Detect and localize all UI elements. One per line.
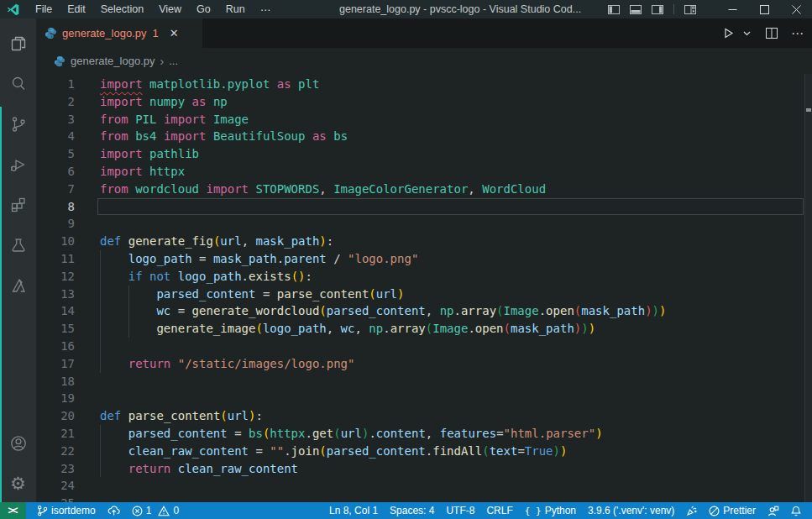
remote-indicator[interactable]: >< — [0, 502, 26, 519]
run-button[interactable] — [720, 25, 736, 41]
more-actions-icon[interactable]: ⋯ — [789, 24, 805, 43]
line-content: return "/static/images/logo.png" — [100, 357, 354, 370]
error-icon — [132, 506, 143, 516]
prettier-item[interactable]: Prettier — [703, 502, 762, 519]
code-line-24[interactable]: 24 — [36, 477, 812, 495]
code-line-11[interactable]: 11 logo_path = mask_path.parent / "logo.… — [36, 250, 812, 268]
slash-circle-icon — [709, 506, 720, 516]
line-content: from bs4 import BeautifulSoup as bs — [100, 129, 348, 143]
run-debug-icon[interactable] — [0, 144, 36, 185]
formatter-label: Prettier — [723, 505, 756, 516]
code-line-18[interactable]: 18 — [36, 373, 812, 391]
code-line-10[interactable]: 10def generate_fig(url, mask_path): — [36, 233, 812, 250]
testing-icon[interactable] — [0, 225, 36, 265]
account-icon[interactable] — [0, 423, 36, 464]
azure-icon[interactable] — [0, 265, 36, 306]
code-line-12[interactable]: 12 if not logo_path.exists(): — [36, 268, 812, 286]
status-right: Ln 8, Col 1 Spaces: 4 UTF-8 CRLF { } Pyt… — [323, 502, 807, 519]
celebration-item[interactable] — [680, 502, 703, 519]
search-icon[interactable] — [0, 64, 36, 104]
code-line-1[interactable]: 1import matplotlib.pyplot as plt — [36, 76, 812, 93]
extensions-icon[interactable] — [0, 185, 36, 225]
tab-close-icon[interactable]: ✕ — [167, 26, 181, 40]
line-number: 14 — [36, 302, 75, 320]
code-line-3[interactable]: 3from PIL import Image — [36, 111, 812, 128]
menu-item-file[interactable]: File — [28, 0, 60, 18]
code-line-20[interactable]: 20def parse_content(url): — [36, 407, 812, 425]
maximize-button[interactable] — [748, 0, 780, 18]
code-line-21[interactable]: 21 parsed_content = bs(httpx.get(url).co… — [36, 425, 812, 443]
menu-item-go[interactable]: Go — [189, 0, 218, 18]
line-content: from PIL import Image — [100, 113, 249, 126]
line-content: generate_image(logo_path, wc, np.array(I… — [100, 322, 595, 335]
line-number: 4 — [36, 128, 75, 145]
python-interpreter[interactable]: 3.9.6 ('.venv': venv) — [582, 502, 680, 519]
editor-actions: ⋯ — [720, 18, 805, 48]
tab-problems-badge: 1 — [152, 27, 158, 39]
code-line-19[interactable]: 19 — [36, 390, 812, 407]
git-branch-item[interactable]: isortdemo — [31, 502, 102, 519]
settings-gear-icon[interactable]: ⚙ — [0, 464, 36, 502]
eol-sequence[interactable]: CRLF — [480, 502, 518, 519]
breadcrumb-file[interactable]: generate_logo.py — [71, 55, 155, 67]
code-line-7[interactable]: 7from wordcloud import STOPWORDS, ImageC… — [36, 181, 812, 198]
menu-item-run[interactable]: Run — [218, 0, 253, 18]
title-bar: FileEditSelectionViewGoRun⋯ generate_log… — [0, 0, 812, 18]
code-line-8[interactable]: 8 — [36, 198, 812, 216]
menu-item-edit[interactable]: Edit — [60, 0, 93, 18]
publish-item[interactable] — [102, 502, 126, 519]
code-line-2[interactable]: 2import numpy as np — [36, 93, 812, 111]
cursor-position[interactable]: Ln 8, Col 1 — [323, 502, 384, 519]
tab-generate-logo[interactable]: generate_logo.py 1 ✕ — [36, 18, 202, 48]
customize-layout-icon[interactable] — [679, 0, 701, 18]
code-line-9[interactable]: 9 — [36, 215, 812, 233]
line-number: 6 — [36, 163, 75, 181]
code-editor[interactable]: 1import matplotlib.pyplot as plt2import … — [36, 74, 812, 502]
source-control-icon[interactable] — [0, 104, 36, 144]
problems-item[interactable]: 1 0 — [126, 502, 185, 519]
code-line-15[interactable]: 15 generate_image(logo_path, wc, np.arra… — [36, 320, 812, 338]
language-mode[interactable]: { } Python — [519, 502, 582, 519]
line-number: 3 — [36, 111, 75, 128]
code-line-4[interactable]: 4from bs4 import BeautifulSoup as bs — [36, 128, 812, 145]
code-line-6[interactable]: 6import httpx — [36, 163, 812, 181]
menu-item-more[interactable]: ⋯ — [253, 0, 279, 18]
line-content: wc = generate_wordcloud(parsed_content, … — [100, 304, 666, 317]
code-line-22[interactable]: 22 clean_raw_content = "".join(parsed_co… — [36, 443, 812, 460]
line-content: clean_raw_content = "".join(parsed_conte… — [100, 444, 567, 458]
minimize-button[interactable] — [716, 0, 748, 18]
code-line-13[interactable]: 13 parsed_content = parse_content(url) — [36, 286, 812, 303]
screen-edge-stripe — [0, 107, 2, 502]
code-line-16[interactable]: 16 — [36, 338, 812, 355]
encoding[interactable]: UTF-8 — [440, 502, 480, 519]
feedback-item[interactable] — [762, 502, 785, 519]
menu-item-view[interactable]: View — [151, 0, 189, 18]
close-button[interactable] — [780, 0, 812, 18]
code-line-5[interactable]: 5import pathlib — [36, 145, 812, 163]
toggle-secondary-sidebar-icon[interactable] — [647, 0, 668, 18]
breadcrumb-symbol-ellipsis[interactable]: ... — [169, 55, 178, 67]
code-line-17[interactable]: 17 return "/static/images/logo.png" — [36, 355, 812, 373]
notifications-item[interactable] — [785, 502, 807, 519]
line-content: if not logo_path.exists(): — [100, 270, 312, 283]
run-dropdown-chevron-icon[interactable] — [741, 29, 752, 38]
line-number: 18 — [36, 373, 75, 391]
code-line-14[interactable]: 14 wc = generate_wordcloud(parsed_conten… — [36, 302, 812, 320]
overview-ruler-marker — [806, 108, 811, 112]
code-line-25[interactable]: 25 — [36, 495, 812, 502]
feedback-icon — [767, 506, 779, 516]
line-number: 10 — [36, 233, 75, 250]
toggle-sidebar-icon[interactable] — [603, 0, 625, 18]
explorer-icon[interactable] — [0, 24, 36, 64]
split-editor-icon[interactable] — [764, 26, 779, 40]
line-number: 16 — [36, 338, 75, 355]
toggle-panel-icon[interactable] — [625, 0, 647, 18]
line-number: 21 — [36, 425, 75, 443]
line-content: import numpy as np — [100, 95, 228, 108]
celebration-icon — [686, 506, 697, 516]
line-content: from wordcloud import STOPWORDS, ImageCo… — [100, 182, 546, 196]
code-line-23[interactable]: 23 return clean_raw_content — [36, 460, 812, 478]
overview-ruler[interactable] — [804, 74, 812, 502]
menu-item-selection[interactable]: Selection — [93, 0, 151, 18]
indentation[interactable]: Spaces: 4 — [384, 502, 440, 519]
